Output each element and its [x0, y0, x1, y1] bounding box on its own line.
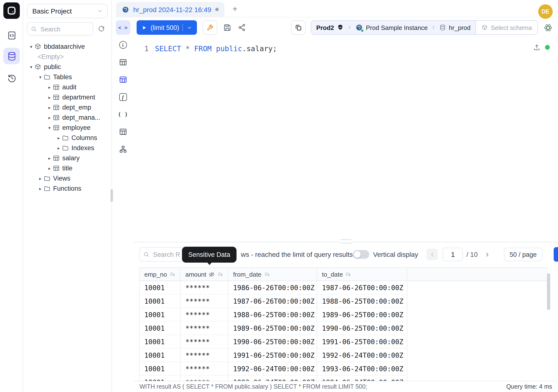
sql-editor-icon[interactable]: [116, 20, 130, 35]
chevron-right-icon[interactable]: [55, 135, 62, 140]
tree-item-label: dept_emp: [62, 104, 91, 111]
chevron-down-icon[interactable]: [28, 44, 34, 49]
chevron-right-icon[interactable]: [37, 176, 44, 181]
app-logo[interactable]: [3, 2, 20, 19]
tab-worksheet[interactable]: hr_prod 2024-11-22 16:49: [116, 2, 224, 17]
tree-item-table[interactable]: audit: [23, 82, 112, 92]
table-row[interactable]: 10001******1986-06-26T00:00:00Z1987-06-2…: [140, 281, 548, 295]
new-tab-button[interactable]: +: [229, 3, 241, 15]
history-nav-icon[interactable]: [3, 70, 20, 86]
chevron-right-icon[interactable]: [46, 166, 52, 171]
tree-item-label: department: [62, 94, 95, 101]
page-number-input[interactable]: 1: [443, 248, 463, 261]
table-row[interactable]: 10001******1992-06-24T00:00:00Z1993-06-2…: [140, 362, 548, 375]
tree-item-columns-folder[interactable]: Columns: [23, 133, 112, 143]
table-row[interactable]: 10001******1987-06-26T00:00:00Z1988-06-2…: [140, 295, 548, 308]
chevron-down-icon[interactable]: [46, 125, 52, 130]
share-button[interactable]: [238, 23, 246, 32]
editor-toolbar: (limit 500) Prod2: [134, 17, 558, 38]
tree-item-functions-folder[interactable]: Functions: [23, 183, 112, 194]
worksheet-nav-icon[interactable]: [3, 27, 20, 44]
results-edge-button[interactable]: [554, 247, 558, 262]
tree-item-table[interactable]: salary: [23, 153, 112, 163]
chevron-down-icon[interactable]: [187, 24, 193, 31]
sidebar-search: [27, 22, 93, 36]
play-icon: [141, 24, 147, 31]
info-icon[interactable]: [116, 38, 130, 52]
run-query-button[interactable]: (limit 500): [137, 20, 197, 35]
refresh-icon[interactable]: [95, 23, 108, 35]
tree-item-indexes-folder[interactable]: Indexes: [23, 143, 112, 153]
tree-item-tables-folder[interactable]: Tables: [23, 72, 112, 82]
copy-connection-button[interactable]: [291, 20, 305, 35]
select-schema-button[interactable]: Select schema: [475, 21, 537, 34]
select-schema-label: Select schema: [491, 24, 532, 31]
chevron-right-icon[interactable]: [37, 186, 44, 191]
cube-icon: [481, 24, 488, 31]
database-nav-icon[interactable]: [3, 48, 20, 64]
table-list-icon[interactable]: [116, 55, 130, 70]
tree-item-views-folder[interactable]: Views: [23, 173, 112, 183]
save-button[interactable]: [223, 23, 232, 32]
functions-icon[interactable]: [116, 90, 130, 104]
sidebar-resize-handle[interactable]: [111, 189, 113, 202]
sort-icon[interactable]: [264, 271, 270, 277]
ai-assistant-button[interactable]: [543, 22, 553, 33]
sort-icon[interactable]: [345, 271, 352, 277]
results-table: emp_no amount from_date to_date 10001***…: [139, 267, 548, 381]
column-header[interactable]: from_date: [228, 268, 317, 280]
connection-path[interactable]: Prod2 Prod Sample Instance hr_prod: [311, 21, 475, 34]
tree-item-label: Views: [53, 175, 70, 182]
sort-icon[interactable]: [169, 271, 176, 277]
table-row[interactable]: 10001******1990-06-25T00:00:00Z1991-06-2…: [140, 335, 548, 348]
table-row[interactable]: 10001******1993-06-24T00:00:00Z1994-06-2…: [140, 375, 548, 381]
results-scrollbar[interactable]: [547, 273, 550, 310]
chevron-right-icon[interactable]: [55, 146, 62, 150]
column-header[interactable]: to_date: [317, 268, 407, 280]
tree-item-label: public: [44, 63, 61, 70]
chevron-right-icon[interactable]: [46, 105, 52, 110]
tree-item-table[interactable]: dept_emp: [23, 102, 112, 113]
vertical-display-toggle[interactable]: [353, 250, 369, 259]
avatar[interactable]: DE: [538, 4, 553, 19]
table-row[interactable]: 10001******1988-06-25T00:00:00Z1989-06-2…: [140, 308, 548, 322]
tree-item-table[interactable]: employee: [23, 123, 112, 133]
sql-editor[interactable]: 1 SELECT * FROM public.salary;: [134, 38, 558, 242]
unsaved-indicator-dot: [215, 8, 218, 11]
project-select[interactable]: Basic Project: [27, 4, 108, 18]
table-row[interactable]: 10001******1989-06-25T00:00:00Z1990-06-2…: [140, 322, 548, 335]
tree-item-table[interactable]: department: [23, 92, 112, 102]
prev-page-button[interactable]: [427, 249, 438, 260]
eye-off-icon[interactable]: [209, 271, 215, 277]
tree-item-table[interactable]: title: [23, 163, 112, 173]
next-page-button[interactable]: [481, 249, 493, 260]
chevron-right-icon[interactable]: [46, 85, 52, 89]
tab-title: hr_prod 2024-11-22 16:49: [133, 6, 211, 13]
column-header[interactable]: emp_no: [140, 268, 181, 280]
folder-icon: [62, 134, 69, 141]
column-header[interactable]: amount: [181, 268, 228, 280]
page-size-select[interactable]: 50 / page: [504, 248, 542, 261]
schema-table-icon[interactable]: [116, 72, 130, 87]
panel-resize-grip[interactable]: [340, 239, 351, 243]
query-time: Query time: 4 ms: [506, 383, 552, 390]
er-diagram-icon[interactable]: [116, 142, 130, 157]
tree-item-table[interactable]: dept_mana...: [23, 113, 112, 123]
main-area: hr_prod 2024-11-22 16:49 +: [112, 0, 558, 392]
sort-icon[interactable]: [218, 271, 224, 277]
chevron-down-icon[interactable]: [28, 64, 34, 69]
tree-item-schema[interactable]: bbdataarchive: [23, 42, 112, 52]
chevron-right-icon[interactable]: [46, 95, 52, 100]
external-table-icon[interactable]: [116, 125, 130, 139]
tree-item-label: Indexes: [71, 144, 94, 152]
tree-item-schema[interactable]: public: [23, 62, 112, 72]
format-sql-button[interactable]: [203, 20, 218, 35]
tree-item-label: Columns: [71, 134, 97, 141]
folder-icon: [44, 73, 51, 81]
upload-icon[interactable]: [533, 44, 541, 51]
chevron-down-icon[interactable]: [37, 75, 44, 79]
chevron-right-icon[interactable]: [46, 115, 52, 120]
table-row[interactable]: 10001******1991-06-25T00:00:00Z1992-06-2…: [140, 348, 548, 362]
procedures-icon[interactable]: [116, 107, 130, 122]
chevron-right-icon[interactable]: [46, 156, 52, 160]
